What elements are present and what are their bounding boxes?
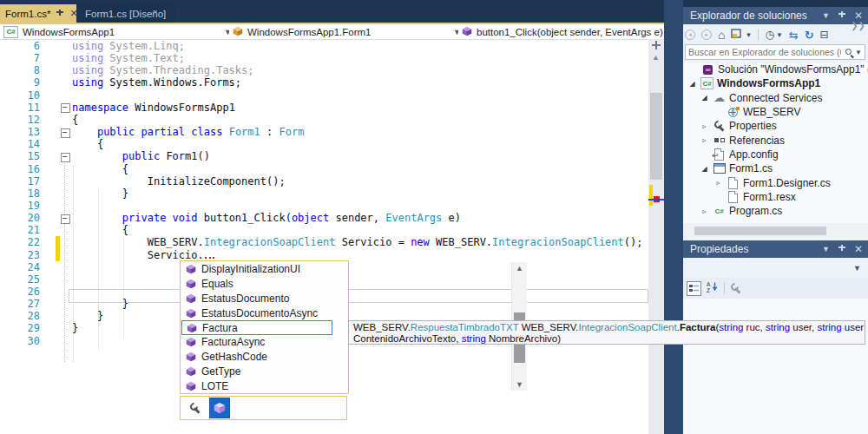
scroll-up-icon[interactable]: ▲ [516, 264, 523, 273]
tree-item-form1-designer-cs[interactable]: ▹Form1.Designer.cs [683, 175, 868, 189]
solution-explorer-toolbar: ◂ ▸ ⌂ ▼ ◷ ▼ ⇆ ↻ ⊟ ❯❯ [685, 26, 868, 43]
code-line[interactable]: 21 { [0, 224, 648, 236]
search-icon[interactable] [844, 47, 855, 58]
tree-item-referencias[interactable]: ▹Referencias [683, 134, 868, 148]
tree-item-properties[interactable]: ▹Properties [683, 119, 868, 133]
window-position-icon[interactable]: ▼ [822, 245, 830, 253]
window-position-icon[interactable]: ▼ [822, 11, 830, 20]
chevron-down-icon[interactable]: ▼ [776, 31, 783, 39]
pending-changes-filter-icon[interactable]: ◷ [765, 29, 773, 41]
split-window-grip-icon[interactable] [652, 41, 661, 49]
type-dropdown[interactable]: WindowsFormsApp1.Form1 ▼ [229, 24, 465, 39]
pin-icon[interactable] [838, 10, 846, 21]
expander-icon[interactable]: ▹ [700, 122, 709, 130]
completion-item-estatusdocumentoasync[interactable]: EstatusDocumentoAsync [181, 306, 332, 320]
code-line[interactable]: 8using System.Threading.Tasks; [0, 64, 648, 76]
categorized-icon[interactable] [687, 281, 701, 296]
properties-wrench-icon [713, 120, 726, 132]
property-pages-icon[interactable] [730, 283, 741, 294]
code-line[interactable]: 19 [0, 200, 648, 212]
completion-item-displayinitializationui[interactable]: DisplayInitializationUI [181, 262, 332, 277]
pin-icon[interactable] [56, 9, 64, 19]
completion-item-lote[interactable]: LOTE [181, 378, 332, 393]
tree-item-label: Program.cs [729, 205, 782, 217]
scrollbar-thumb[interactable] [650, 93, 662, 180]
tree-item-connected-services[interactable]: ◢☁Connected Services [683, 91, 868, 105]
completion-item-estatusdocumento[interactable]: EstatusDocumento [181, 292, 332, 306]
code-line[interactable]: 13 public partial class Form1 : Form [0, 126, 648, 138]
member-dropdown[interactable]: button1_Click(object sender, EventArgs e… [458, 24, 681, 39]
properties-object-combo[interactable]: ▼ [683, 260, 868, 275]
code-line[interactable]: 7using System.Text; [0, 52, 648, 64]
expander-icon[interactable]: ◢ [700, 94, 709, 102]
scroll-down-icon[interactable]: ▼ [516, 380, 523, 389]
completion-item-gethashcode[interactable]: GetHashCode [181, 350, 332, 365]
code-line[interactable]: 14 { [0, 138, 648, 150]
editor-vertical-scrollbar[interactable]: ▲ [648, 39, 664, 434]
code-line[interactable]: 20 private void button1_Click(object sen… [0, 212, 648, 224]
methods-filter-button[interactable] [209, 398, 230, 418]
sync-with-active-document-icon[interactable]: ⇆ [789, 29, 799, 42]
collapse-all-icon[interactable]: ⊟ [820, 29, 829, 41]
code-line[interactable]: 17 InitializeComponent(); [0, 175, 648, 187]
method-icon [186, 337, 196, 347]
code-line[interactable]: 11namespace WindowsFormsApp1 [0, 102, 648, 114]
completion-item-equals[interactable]: Equals [181, 277, 332, 292]
collapse-region-icon[interactable] [61, 153, 70, 162]
tree-item-web-serv[interactable]: WEB_SERV [683, 105, 868, 119]
code-line[interactable]: 6using System.Linq; [0, 40, 648, 52]
method-icon [233, 26, 243, 36]
chevron-down-icon[interactable]: ▼ [855, 49, 865, 56]
switch-views-icon[interactable] [731, 29, 743, 42]
close-icon[interactable]: ✕ [854, 10, 863, 22]
chevron-down-icon[interactable]: ▼ [745, 31, 752, 39]
code-line[interactable]: 18 } [0, 187, 648, 200]
alphabetical-sort-icon[interactable]: AZ [707, 281, 719, 295]
search-input[interactable] [686, 47, 844, 57]
scroll-up-icon[interactable]: ▲ [652, 53, 660, 62]
tree-item-windowsformsapp1[interactable]: ◢C#WindowsFormsApp1 [683, 76, 868, 90]
pin-icon[interactable] [838, 244, 846, 254]
forward-icon[interactable]: ▸ [701, 30, 712, 40]
collapse-region-icon[interactable] [61, 128, 70, 138]
tree-item-soluci-n-windowsformsapp1-1-proy[interactable]: ∞Solución "WindowsFormsApp1" (1 proy [683, 62, 868, 76]
tree-item-program-cs[interactable]: ▹C#Program.cs [683, 204, 868, 218]
code-line[interactable]: 15 public Form1() [0, 150, 648, 162]
toolbar-overflow-icon[interactable]: ❯❯ [851, 21, 865, 30]
code-line[interactable]: 23 Servicio. [0, 249, 648, 261]
expander-icon[interactable]: ▹ [700, 136, 709, 144]
solution-explorer-search[interactable]: ▼ [685, 44, 865, 60]
completion-item-gettype[interactable]: GetType [181, 365, 332, 379]
refresh-icon[interactable]: ↻ [805, 29, 814, 42]
tab-form1-cs-designer[interactable]: Form1.cs [Diseño] [76, 4, 174, 23]
solution-explorer-titlebar[interactable]: Explorador de soluciones ▼ ✕ [683, 7, 868, 24]
back-icon[interactable]: ◂ [685, 30, 695, 40]
scrollbar-thumb[interactable] [694, 227, 826, 235]
collapse-region-icon[interactable] [61, 214, 70, 224]
collapse-region-icon[interactable] [61, 103, 70, 113]
tree-item-form1-cs[interactable]: ◢Form1.cs [683, 161, 868, 175]
signature-tooltip: WEB_SERV.RespuestaTimbradoTXT WEB_SERV.I… [348, 320, 865, 345]
project-dropdown[interactable]: C# WindowsFormsApp1 ▼ [0, 24, 236, 39]
tab-form1-cs[interactable]: Form1.cs* ✕ [0, 4, 83, 23]
panel-splitter[interactable] [664, 0, 683, 434]
expander-icon[interactable]: ◢ [687, 80, 697, 88]
wrench-icon[interactable] [189, 403, 201, 414]
close-icon[interactable]: ✕ [854, 243, 863, 255]
expander-icon[interactable]: ▹ [713, 179, 723, 187]
code-line[interactable]: 9using System.Windows.Forms; [0, 76, 648, 89]
tree-item-app-config[interactable]: ↩App.config [683, 148, 868, 161]
expander-icon[interactable]: ◢ [700, 165, 709, 173]
expander-icon[interactable]: ▹ [700, 207, 709, 215]
solution-icon: ∞ [701, 63, 714, 76]
code-line[interactable]: 16 { [0, 163, 648, 175]
code-line[interactable]: 22 WEB_SERV.IntegracionSoapClient Servic… [0, 236, 648, 248]
tree-item-form1-resx[interactable]: Form1.resx [683, 190, 868, 204]
completion-item-facturaasync[interactable]: FacturaAsync [181, 335, 332, 350]
code-line[interactable]: 12{ [0, 114, 648, 126]
code-line[interactable]: 10 [0, 89, 648, 102]
completion-item-factura[interactable]: Factura [181, 320, 332, 335]
properties-toolbar: AZ [683, 278, 868, 299]
home-icon[interactable]: ⌂ [718, 28, 725, 42]
properties-titlebar[interactable]: Propiedades ▼ ✕ [683, 240, 868, 258]
